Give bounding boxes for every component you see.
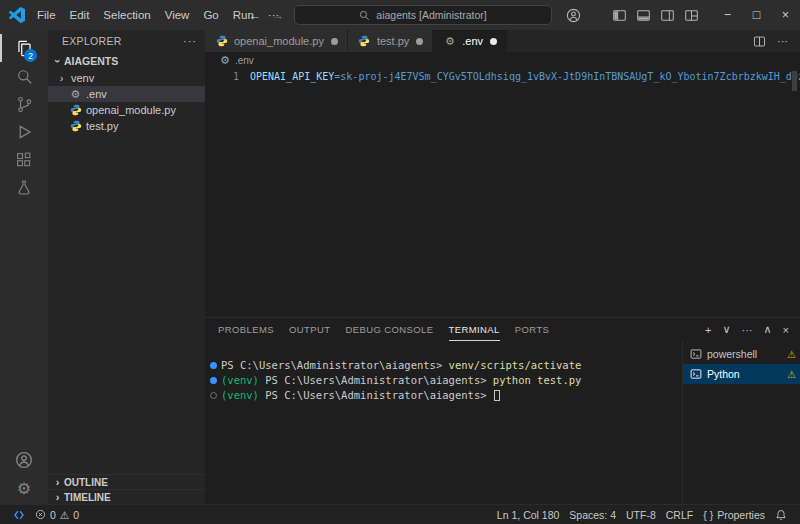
command-text: venv/scripts/activate — [449, 358, 582, 373]
eol-sequence[interactable]: CRLF — [661, 509, 698, 521]
back-button[interactable]: ← — [248, 8, 261, 23]
accounts-button[interactable] — [0, 446, 48, 474]
python-file-icon — [68, 120, 83, 132]
panel-tab-debug-console[interactable]: DEBUG CONSOLE — [345, 318, 433, 341]
gear-icon: ⚙ — [17, 479, 31, 498]
cursor-position[interactable]: Ln 1, Col 180 — [492, 509, 564, 521]
tree-item-env[interactable]: ⚙ .env — [48, 86, 205, 102]
maximize-button[interactable]: □ — [742, 0, 771, 30]
tab-env[interactable]: ⚙ .env — [433, 30, 507, 52]
warning-count: 0 — [73, 509, 79, 521]
panel-more-button[interactable]: ··· — [742, 324, 753, 336]
editor-group: openai_module.py test.py ⚙ .env — [205, 30, 800, 504]
modified-dot-icon — [331, 38, 338, 45]
explorer-badge: 2 — [24, 49, 37, 62]
split-editor-icon[interactable] — [753, 35, 766, 48]
tree-item-openai-module[interactable]: openai_module.py — [48, 102, 205, 118]
sidebar-bottom-sections: › OUTLINE › TIMELINE — [48, 474, 205, 504]
command-center-search[interactable]: aiagents [Administrator] — [294, 5, 552, 25]
activity-search-button[interactable] — [0, 62, 48, 90]
notifications-bell-icon[interactable] — [770, 509, 792, 521]
toggle-secondary-sidebar-icon[interactable] — [655, 0, 679, 30]
modified-dot-icon — [490, 38, 497, 45]
encoding[interactable]: UTF-8 — [621, 509, 661, 521]
menu-edit[interactable]: Edit — [63, 0, 97, 30]
terminal-dropdown-button[interactable]: ∨ — [722, 323, 730, 336]
warning-icon: ⚠ — [787, 349, 796, 360]
maximize-panel-button[interactable]: ∧ — [764, 323, 772, 336]
more-actions-icon[interactable]: ··· — [777, 35, 788, 47]
activity-source-control-button[interactable] — [0, 90, 48, 118]
command-text: python test.py — [493, 373, 582, 388]
activity-testing-button[interactable] — [0, 174, 48, 202]
venv-prefix: (venv) — [221, 373, 265, 388]
venv-prefix: (venv) — [221, 388, 265, 403]
tab-test[interactable]: test.py — [348, 30, 433, 52]
git-branch-icon — [15, 95, 34, 114]
terminal-tab-python[interactable]: Python ⚠ — [683, 364, 800, 384]
folder-name: AIAGENTS — [64, 55, 118, 67]
tree-item-test[interactable]: test.py — [48, 118, 205, 134]
layout-controls — [607, 0, 703, 30]
menubar: File Edit Selection View Go Run ··· — [0, 0, 286, 30]
terminal-tab-label: Python — [707, 368, 782, 380]
code-editor[interactable]: 1 OPENAI_API_KEY=sk-proj-j4E7VSm_CYGv5TO… — [205, 68, 800, 317]
close-button[interactable]: × — [771, 0, 800, 30]
toggle-panel-icon[interactable] — [631, 0, 655, 30]
tree-item-label: test.py — [86, 120, 118, 132]
bottom-panel: PROBLEMS OUTPUT DEBUG CONSOLE TERMINAL P… — [205, 317, 800, 504]
sidebar-header: EXPLORER ··· — [48, 30, 205, 52]
forward-button[interactable]: → — [271, 8, 284, 23]
close-panel-button[interactable]: × — [783, 324, 789, 336]
panel-tab-problems[interactable]: PROBLEMS — [218, 318, 274, 341]
chevron-right-icon: › — [51, 476, 64, 488]
problems-status[interactable]: 0 ⚠ 0 — [30, 509, 84, 521]
terminal-icon — [690, 348, 702, 360]
indentation[interactable]: Spaces: 4 — [564, 509, 621, 521]
breadcrumb-item: .env — [235, 55, 254, 66]
panel-actions: + ∨ ··· ∧ × — [705, 323, 800, 336]
minimize-button[interactable]: − — [713, 0, 742, 30]
line-number: 1 — [205, 71, 239, 82]
menu-file[interactable]: File — [30, 0, 63, 30]
panel-tab-terminal[interactable]: TERMINAL — [449, 318, 500, 341]
account-icon[interactable] — [561, 0, 585, 30]
explorer-actions-button[interactable]: ··· — [183, 35, 197, 47]
folder-section-header[interactable]: › AIAGENTS — [48, 52, 205, 70]
terminal-line: (venv) PS C:\Users\Administrator\aiagent… — [205, 373, 682, 388]
timeline-section[interactable]: › TIMELINE — [48, 489, 205, 504]
activity-bar-bottom: ⚙ — [0, 446, 48, 504]
activity-extensions-button[interactable] — [0, 146, 48, 174]
activity-explorer-button[interactable]: 2 — [0, 34, 48, 62]
menu-go[interactable]: Go — [196, 0, 225, 30]
panel-tab-ports[interactable]: PORTS — [515, 318, 550, 341]
terminal-tab-powershell[interactable]: powershell ⚠ — [683, 344, 800, 364]
extensions-icon — [15, 151, 33, 169]
tab-label: .env — [462, 35, 483, 47]
terminal-tab-label: powershell — [707, 348, 782, 360]
code-line-1[interactable]: 1 OPENAI_API_KEY=sk-proj-j4E7VSm_CYGv5TO… — [205, 68, 800, 83]
breadcrumb[interactable]: ⚙ .env — [205, 52, 800, 68]
new-terminal-button[interactable]: + — [705, 324, 711, 336]
terminal-output[interactable]: PS C:\Users\Administrator\aiagents> venv… — [205, 341, 682, 504]
remote-indicator[interactable] — [8, 509, 30, 521]
gear-file-icon: ⚙ — [68, 89, 83, 100]
toggle-sidebar-icon[interactable] — [607, 0, 631, 30]
outline-section[interactable]: › OUTLINE — [48, 474, 205, 489]
search-icon — [15, 67, 34, 86]
tab-openai-module[interactable]: openai_module.py — [205, 30, 348, 52]
tab-label: openai_module.py — [234, 35, 324, 47]
panel-header: PROBLEMS OUTPUT DEBUG CONSOLE TERMINAL P… — [205, 318, 800, 341]
terminal-line: (venv) PS C:\Users\Administrator\aiagent… — [205, 388, 682, 403]
tree-item-venv[interactable]: › venv — [48, 70, 205, 86]
menu-selection[interactable]: Selection — [96, 0, 157, 30]
customize-layout-icon[interactable] — [679, 0, 703, 30]
activity-run-debug-button[interactable] — [0, 118, 48, 146]
menu-view[interactable]: View — [158, 0, 197, 30]
language-mode[interactable]: { } Properties — [698, 509, 770, 521]
manage-button[interactable]: ⚙ — [0, 474, 48, 502]
terminal-line: PS C:\Users\Administrator\aiagents> venv… — [205, 358, 682, 373]
panel-tab-output[interactable]: OUTPUT — [289, 318, 330, 341]
editor-scrollbar[interactable] — [792, 71, 797, 91]
braces-icon: { } — [703, 509, 713, 521]
